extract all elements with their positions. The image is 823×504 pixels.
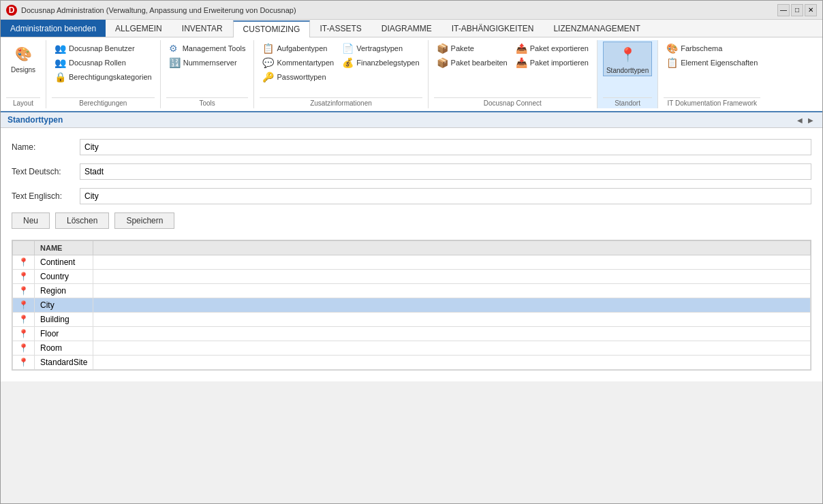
table-row[interactable]: 📍City (13, 298, 811, 313)
ribbon-group-content-tools: ⚙ Management Tools 🔢 Nummernserver (166, 42, 249, 97)
name-input[interactable] (80, 139, 811, 155)
tab-diagramme[interactable]: DIAGRAMME (372, 20, 442, 37)
zusatzinfo-group-label: Zusatzinformationen (260, 97, 422, 107)
row-icon: 📍 (18, 272, 29, 281)
text-deutsch-input[interactable] (80, 163, 811, 180)
breadcrumb-prev-arrow[interactable]: ◀ (795, 116, 805, 125)
close-button[interactable]: ✕ (805, 4, 817, 16)
table-header-name: NAME (35, 241, 93, 255)
loeschen-button[interactable]: Löschen (55, 212, 109, 229)
tab-customizing[interactable]: CUSTOMIZING (233, 20, 311, 37)
table-row[interactable]: 📍Region (13, 284, 811, 298)
title-bar: D Docusnap Administration (Verwaltung, A… (1, 1, 822, 20)
table-row[interactable]: 📍Continent (13, 255, 811, 270)
tab-itassets[interactable]: IT-ASSETS (310, 20, 371, 37)
nummernserver-label: Nummernserver (183, 59, 237, 67)
title-bar-left: D Docusnap Administration (Verwaltung, A… (6, 5, 296, 16)
table-cell-name: Room (35, 341, 93, 356)
ribbon-item-designs[interactable]: 🎨 Designs (6, 42, 40, 75)
row-icon: 📍 (18, 358, 29, 367)
paket-bearbeiten-icon: 📦 (437, 57, 448, 68)
table-cell-name: Building (35, 313, 93, 327)
ribbon-item-paket-importieren[interactable]: 📥 Paket importieren (513, 56, 591, 69)
tab-allgemein[interactable]: ALLGEMEIN (106, 20, 172, 37)
table-row[interactable]: 📍Building (13, 313, 811, 327)
standorttypen-table: NAME 📍Continent📍Country📍Region📍City📍Buil… (12, 240, 811, 370)
text-deutsch-label: Text Deutsch: (12, 167, 80, 176)
table-row[interactable]: 📍StandardSite (13, 356, 811, 370)
ribbon-item-farbschema[interactable]: 🎨 Farbschema (664, 42, 760, 55)
designs-label: Designs (11, 66, 35, 74)
ribbon-item-vertragstypen[interactable]: 📄 Vertragstypen (339, 42, 422, 55)
breadcrumb-next-arrow[interactable]: ▶ (806, 116, 816, 125)
ribbon-item-finanzbelegstypen[interactable]: 💰 Finanzbelegstypen (339, 56, 422, 69)
tools-col: ⚙ Management Tools 🔢 Nummernserver (166, 42, 249, 69)
button-row: Neu Löschen Speichern (12, 212, 811, 229)
tab-itabhaengigkeiten[interactable]: IT-ABHÄNGIGKEITEN (442, 20, 544, 37)
passworttypen-label: Passworttypen (277, 73, 326, 81)
table-cell-icon: 📍 (13, 284, 35, 298)
ribbon-group-tools: ⚙ Management Tools 🔢 Nummernserver Tools (161, 40, 255, 108)
neu-button[interactable]: Neu (12, 212, 50, 229)
ribbon-item-pakete[interactable]: 📦 Pakete (434, 42, 510, 55)
layout-group-label: Layout (6, 97, 40, 107)
nummernserver-icon: 🔢 (169, 57, 181, 68)
ribbon-item-standorttypen[interactable]: 📍 Standorttypen (603, 42, 652, 76)
table-cell-icon: 📍 (13, 298, 35, 313)
ribbon-item-nummernserver[interactable]: 🔢 Nummernserver (166, 56, 249, 69)
ribbon-item-docusnap-benutzer[interactable]: 👥 Docusnap Benutzer (52, 42, 155, 55)
table-cell-name: City (35, 298, 93, 313)
table-cell-name: Continent (35, 255, 93, 270)
tab-admin[interactable]: Administration beenden (1, 20, 106, 37)
breadcrumb-bar: Standorttypen ◀ ▶ (1, 112, 822, 128)
table-cell-icon: 📍 (13, 270, 35, 284)
ribbon-group-standort: 📍 Standorttypen Standort (597, 40, 658, 108)
title-bar-controls[interactable]: — □ ✕ (777, 4, 817, 16)
ribbon-item-aufgabentypen[interactable]: 📋 Aufgabentypen (260, 42, 337, 55)
ribbon-item-paket-exportieren[interactable]: 📤 Paket exportieren (513, 42, 591, 55)
table-row[interactable]: 📍Room (13, 341, 811, 356)
docusnap-rollen-label: Docusnap Rollen (69, 59, 126, 67)
vertragstypen-icon: 📄 (342, 43, 354, 54)
berechtigungskategorien-label: Berechtigungskategorien (69, 73, 152, 81)
content-area: Name: Text Deutsch: Text Englisch: Neu L… (1, 128, 822, 381)
tab-inventar[interactable]: INVENTAR (172, 20, 233, 37)
berechtigungskategorien-icon: 🔒 (55, 72, 66, 82)
table-cell-empty (93, 298, 811, 313)
ribbon-item-kommentartypen[interactable]: 💬 Kommentartypen (260, 56, 337, 69)
table-cell-empty (93, 341, 811, 356)
ribbon-item-berechtigungskategorien[interactable]: 🔒 Berechtigungskategorien (52, 70, 155, 84)
table-body: 📍Continent📍Country📍Region📍City📍Building📍… (13, 255, 811, 370)
breadcrumb-arrows[interactable]: ◀ ▶ (795, 116, 816, 125)
docusnap-benutzer-icon: 👥 (55, 43, 66, 54)
text-englisch-input[interactable] (80, 188, 811, 204)
connect-group-label: Docusnap Connect (434, 97, 591, 107)
table-cell-name: Country (35, 270, 93, 284)
text-englisch-label: Text Englisch: (12, 191, 80, 201)
table-row[interactable]: 📍Floor (13, 327, 811, 341)
speichern-button[interactable]: Speichern (114, 212, 174, 229)
ribbon-item-docusnap-rollen[interactable]: 👥 Docusnap Rollen (52, 56, 155, 69)
form-row-name: Name: (12, 139, 811, 155)
ribbon-item-element-eigenschaften[interactable]: 📋 Element Eigenschaften (664, 56, 760, 69)
berechtigungen-col: 👥 Docusnap Benutzer 👥 Docusnap Rollen 🔒 … (52, 42, 155, 84)
maximize-button[interactable]: □ (791, 4, 803, 16)
ribbon-item-passworttypen[interactable]: 🔑 Passworttypen (260, 70, 337, 84)
finanzbelegstypen-icon: 💰 (342, 57, 354, 68)
vertragstypen-label: Vertragstypen (356, 44, 403, 52)
minimize-button[interactable]: — (777, 4, 790, 16)
management-tools-icon: ⚙ (169, 43, 180, 54)
form-row-text-englisch: Text Englisch: (12, 188, 811, 204)
ribbon-item-paket-bearbeiten[interactable]: 📦 Paket bearbeiten (434, 56, 510, 69)
name-label: Name: (12, 142, 80, 152)
table-row[interactable]: 📍Country (13, 270, 811, 284)
ribbon-item-management-tools[interactable]: ⚙ Management Tools (166, 42, 249, 55)
table-cell-empty (93, 327, 811, 341)
element-eigenschaften-label: Element Eigenschaften (681, 59, 758, 67)
kommentartypen-icon: 💬 (262, 57, 274, 68)
table-cell-empty (93, 255, 811, 270)
tab-lizenzmanagement[interactable]: LIZENZMANAGEMENT (544, 20, 650, 37)
table-container: NAME 📍Continent📍Country📍Region📍City📍Buil… (12, 240, 811, 371)
paket-bearbeiten-label: Paket bearbeiten (451, 59, 508, 67)
connect-col2: 📤 Paket exportieren 📥 Paket importieren (513, 42, 591, 69)
